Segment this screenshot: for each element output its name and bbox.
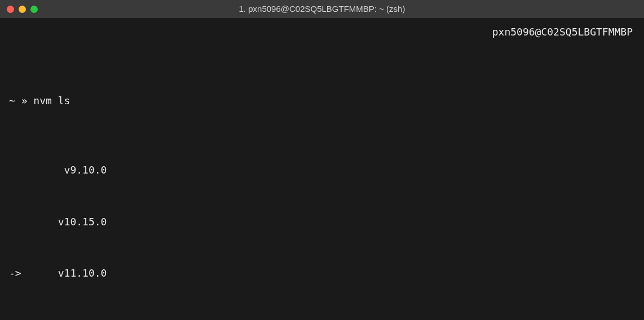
terminal-content[interactable]: pxn5096@C02SQ5LBGTFMMBP ~ » nvm ls v9.10… (0, 18, 644, 320)
minimize-icon[interactable] (19, 6, 26, 13)
system-version-line: system (9, 317, 635, 320)
version-text: v9.10.0 (58, 164, 107, 176)
current-indicator: -> (9, 267, 21, 279)
maximize-icon[interactable] (30, 6, 38, 13)
installed-version-line: v10.15.0 (9, 214, 635, 231)
command-text: nvm ls (33, 95, 70, 106)
window-title: 1. pxn5096@C02SQ5LBGTFMMBP: ~ (zsh) (239, 2, 405, 16)
titlebar: 1. pxn5096@C02SQ5LBGTFMMBP: ~ (zsh) (0, 0, 644, 18)
close-icon[interactable] (7, 6, 14, 13)
version-text: v11.10.0 (58, 267, 107, 279)
command-line: ~ » nvm ls (9, 92, 635, 110)
prompt-ps1: ~ » (9, 95, 33, 106)
current-version-line: -> v11.10.0 (9, 265, 635, 282)
version-text: v10.15.0 (58, 216, 107, 228)
installed-version-line: v9.10.0 (9, 162, 635, 179)
traffic-lights (7, 6, 38, 13)
right-prompt: pxn5096@C02SQ5LBGTFMMBP (492, 24, 633, 41)
